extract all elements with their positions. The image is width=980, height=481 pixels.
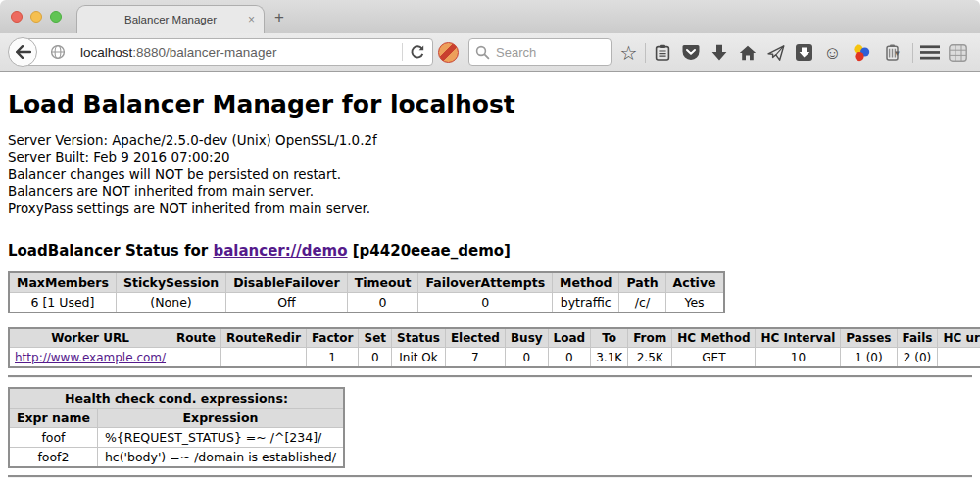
- home-icon: [739, 45, 757, 61]
- url-bar[interactable]: localhost:8880/balancer-manager: [22, 38, 433, 66]
- hello-chat-button[interactable]: ☺: [818, 38, 847, 68]
- page-title: Load Balancer Manager for localhost: [8, 91, 972, 120]
- back-button[interactable]: [8, 37, 37, 67]
- cell: Init Ok: [392, 348, 446, 367]
- status-heading-suffix: [p4420eeae_demo]: [348, 242, 511, 260]
- header-cell: FailoverAttempts: [418, 272, 553, 293]
- clipboard-icon: [655, 44, 670, 61]
- window-zoom-button[interactable]: [50, 11, 62, 23]
- header-cell: Passes: [841, 328, 897, 348]
- server-info: Server Version: Apache/2.5.0-dev (Unix) …: [8, 132, 972, 217]
- pocket-icon: [682, 44, 700, 61]
- back-arrow-icon: [15, 45, 31, 59]
- health-table-title: Health check cond. expressions:: [9, 388, 344, 409]
- reload-button[interactable]: [410, 45, 424, 60]
- header-cell: Expression: [97, 408, 344, 427]
- cell: 0: [418, 292, 553, 313]
- cell: 7: [445, 348, 505, 367]
- download-helper-button[interactable]: [790, 38, 818, 68]
- globe-icon: [50, 44, 66, 60]
- send-button[interactable]: [761, 38, 790, 68]
- menu-button[interactable]: [915, 38, 944, 68]
- paper-plane-icon: [767, 45, 785, 61]
- header-cell: Timeout: [347, 272, 418, 293]
- tab-close-icon[interactable]: ×: [248, 13, 255, 26]
- section-divider: [8, 375, 972, 378]
- chevron-down-icon[interactable]: ▾: [895, 48, 900, 58]
- hamburger-icon: [920, 45, 940, 60]
- header-cell: HC Method: [672, 328, 756, 348]
- server-built-line: Server Built: Feb 9 2016 07:00:20: [8, 149, 972, 166]
- home-button[interactable]: [733, 38, 761, 68]
- header-cell: Load: [548, 328, 591, 348]
- tab-title: Balancer Manager: [124, 14, 217, 25]
- header-cell: StickySession: [116, 272, 225, 293]
- cell: [220, 348, 306, 367]
- reload-icon: [410, 45, 424, 60]
- pocket-button[interactable]: [676, 38, 705, 68]
- cell: 1 (0): [841, 348, 897, 367]
- header-cell: Set: [359, 328, 392, 348]
- header-cell: To: [591, 328, 628, 348]
- worker-status-table: Worker URL Route RouteRedir Factor Set S…: [8, 327, 980, 368]
- header-cell: Factor: [306, 328, 359, 348]
- battery-extension-button[interactable]: ▾: [875, 38, 910, 68]
- search-icon: [475, 45, 490, 60]
- downloads-button[interactable]: [705, 38, 733, 68]
- table-header-row: Expr name Expression: [9, 408, 344, 427]
- tab-balancer-manager[interactable]: Balancer Manager ×: [76, 5, 265, 33]
- search-input[interactable]: [496, 45, 605, 60]
- table-header-row: MaxMembers StickySession DisableFailover…: [9, 272, 724, 293]
- header-cell: HC Interval: [756, 328, 841, 348]
- bookmarks-menu-button[interactable]: [648, 38, 676, 68]
- balancer-demo-link[interactable]: balancer://demo: [213, 242, 347, 260]
- bookmark-star-button[interactable]: ☆: [614, 38, 643, 68]
- cell: (None): [116, 292, 225, 313]
- url-path: :8880/balancer-manager: [132, 45, 276, 60]
- header-cell: Path: [619, 272, 665, 293]
- colored-dots-extension-button[interactable]: [847, 38, 875, 68]
- header-cell: RouteRedir: [220, 328, 306, 348]
- health-check-table: Health check cond. expressions: Expr nam…: [8, 387, 345, 468]
- smiley-icon: ☺: [823, 44, 841, 62]
- traffic-lights: [11, 11, 62, 23]
- cell: 2 (0): [897, 348, 938, 367]
- plugin-blocked-icon[interactable]: [438, 42, 459, 63]
- window-minimize-button[interactable]: [30, 11, 42, 23]
- toolbar-divider: [912, 43, 913, 63]
- cell: 10: [756, 348, 841, 367]
- new-tab-button[interactable]: +: [274, 8, 284, 27]
- cell: 2.5K: [628, 348, 672, 367]
- grid-icon: [949, 44, 967, 62]
- header-cell: Busy: [505, 328, 548, 348]
- header-cell: Route: [172, 328, 221, 348]
- header-cell: Status: [392, 328, 446, 348]
- header-cell: Method: [553, 272, 619, 293]
- header-cell: Expr name: [9, 408, 97, 427]
- server-version-line: Server Version: Apache/2.5.0-dev (Unix) …: [8, 132, 972, 149]
- persist-notice-line: Balancer changes will NOT be persisted o…: [8, 167, 972, 183]
- expr-name-cell: foof2: [9, 447, 97, 467]
- worker-url-link[interactable]: http://www.example.com/: [15, 351, 166, 364]
- browser-window: Balancer Manager × + localhost:8880/bala…: [0, 0, 980, 481]
- cell: /c/: [619, 292, 665, 313]
- table-row: http://www.example.com/ 1 0 Init Ok 7 0 …: [9, 348, 980, 367]
- header-cell: From: [628, 328, 672, 348]
- window-close-button[interactable]: [11, 11, 23, 23]
- header-cell: Worker URL: [9, 328, 172, 348]
- toolbar-icons: ☆ ☺: [614, 33, 972, 72]
- url-text[interactable]: localhost:8880/balancer-manager: [80, 45, 395, 60]
- square-download-icon: [796, 44, 812, 61]
- loadbalancer-status-heading: LoadBalancer Status for balancer://demo …: [8, 242, 972, 260]
- header-cell: DisableFailover: [226, 272, 347, 293]
- search-box[interactable]: [468, 38, 612, 66]
- table-header-row: Health check cond. expressions:: [9, 388, 344, 409]
- table-row: foof2 hc('body') =~ /domain is establish…: [9, 447, 344, 467]
- cell: 0: [347, 292, 418, 313]
- tab-groups-button[interactable]: [944, 38, 972, 68]
- cell: [172, 348, 221, 367]
- browser-titlebar: Balancer Manager × +: [0, 0, 980, 33]
- proxypass-notice-line: ProxyPass settings are NOT inherited fro…: [8, 200, 972, 216]
- browser-navbar: localhost:8880/balancer-manager ☆: [0, 33, 980, 72]
- download-arrow-icon: [711, 44, 727, 61]
